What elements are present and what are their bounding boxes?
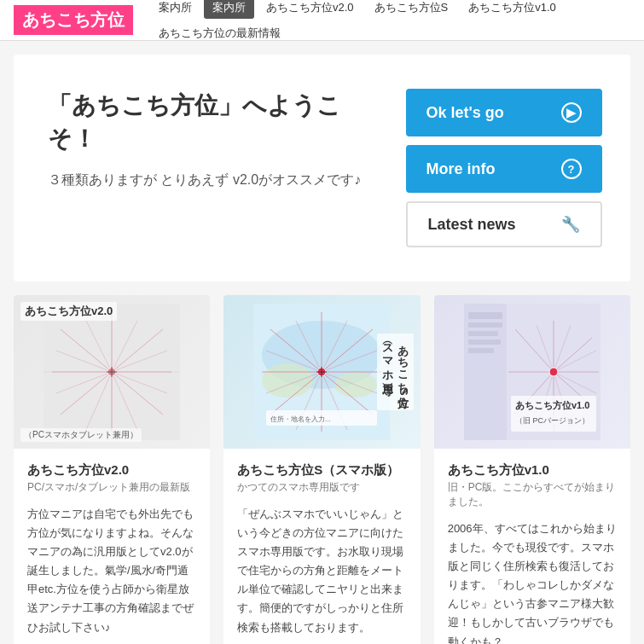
card-v2: あちこち方位v2.0 （PCスマホタブレット兼用） あちこち方位v2.0 PC/… — [14, 295, 210, 644]
compass-v2: あちこち方位v2.0 （PCスマホタブレット兼用） — [14, 295, 210, 449]
logo: あちこち方位 — [14, 5, 133, 35]
cards-section: あちこち方位v2.0 （PCスマホタブレット兼用） あちこち方位v2.0 PC/… — [0, 281, 644, 644]
svg-text:（旧 PCバージョン）: （旧 PCバージョン） — [515, 416, 589, 425]
card-s-title: あちこち方位S（スマホ版） — [237, 462, 406, 479]
card-s-overlay: あちこち方位S（スマホ専用） — [377, 334, 413, 410]
nav-item-annai[interactable]: 案内所 — [150, 0, 200, 19]
question-icon: ? — [561, 159, 582, 179]
card-v1-body: あちこち方位v1.0 旧・PC版。ここからすべてが始まりました。 2006年、す… — [434, 449, 630, 644]
hero-section: 「あちこち方位」へようこそ！ ３種類ありますが とりあえず v2.0がオススメで… — [14, 55, 630, 281]
svg-rect-51 — [468, 331, 498, 336]
more-info-button[interactable]: More info ? — [406, 145, 602, 193]
svg-rect-53 — [468, 348, 494, 353]
ok-lets-go-button[interactable]: Ok let's go ▶ — [406, 89, 602, 136]
nav-item-news[interactable]: あちこち方位の最新情報 — [150, 22, 289, 44]
nav-item-s[interactable]: あちこち方位S — [366, 0, 457, 19]
svg-text:住所・地名を入力...: 住所・地名を入力... — [270, 415, 331, 423]
card-s-image: 住所・地名を入力... あちこち方位S（スマホ専用） — [223, 295, 420, 449]
card-v1-title: あちこち方位v1.0 — [448, 462, 617, 479]
card-v1-image: あちこち方位v1.0 （旧 PCバージョン） — [434, 295, 630, 449]
hero-text: 「あちこち方位」へようこそ！ ３種類ありますが とりあえず v2.0がオススメで… — [48, 89, 380, 191]
svg-point-24 — [262, 363, 313, 397]
compass-v1: あちこち方位v1.0 （旧 PCバージョン） — [434, 295, 630, 449]
nav-item-v1[interactable]: あちこち方位v1.0 — [460, 0, 565, 19]
card-v2-sub-overlay: （PCスマホタブレット兼用） — [20, 428, 142, 442]
latest-news-button[interactable]: Latest news 🔧 — [406, 201, 602, 247]
btn-news-label: Latest news — [428, 216, 516, 234]
svg-rect-50 — [468, 322, 502, 328]
nav-item-annai-active[interactable]: 案内所 — [204, 0, 254, 19]
card-v2-body: あちこち方位v2.0 PC/スマホ/タブレット兼用の最新版 方位マニアは自宅でも… — [14, 449, 210, 644]
btn-info-label: More info — [426, 160, 496, 178]
hero-title: 「あちこち方位」へようこそ！ — [48, 89, 380, 155]
header: あちこち方位 案内所 案内所 あちこち方位v2.0 あちこち方位S あちこち方位… — [0, 0, 644, 41]
compass-s: 住所・地名を入力... あちこち方位S（スマホ専用） — [223, 295, 420, 449]
hero-buttons: Ok let's go ▶ More info ? Latest news 🔧 — [406, 89, 596, 247]
card-v1: あちこち方位v1.0 （旧 PCバージョン） あちこち方位v1.0 旧・PC版。… — [434, 295, 630, 644]
svg-text:あちこち方位v1.0: あちこち方位v1.0 — [515, 400, 589, 410]
svg-rect-49 — [468, 312, 502, 319]
wrench-icon: 🔧 — [561, 215, 580, 234]
hero-subtitle: ３種類ありますが とりあえず v2.0がオススメです♪ — [48, 169, 380, 191]
card-v2-subtitle: PC/スマホ/タブレット兼用の最新版 — [27, 480, 196, 495]
svg-point-25 — [334, 372, 377, 397]
card-v2-description: 方位マニアは自宅でも外出先でも方位が気になりますよね。そんなマニアの為に汎用版と… — [27, 505, 196, 644]
arrow-right-icon: ▶ — [561, 102, 582, 123]
card-v2-title-overlay: あちこち方位v2.0 — [20, 302, 117, 321]
card-s-subtitle: かつてのスマホ専用版です — [237, 480, 406, 495]
btn-go-label: Ok let's go — [426, 104, 504, 122]
card-v1-description: 2006年、すべてはこれから始まりました。今でも現役です。スマホ版と同じく住所検… — [448, 519, 617, 644]
card-s-body: あちこち方位S（スマホ版） かつてのスマホ専用版です 「ぜんぶスマホでいいじゃん… — [223, 449, 420, 644]
card-s-description: 「ぜんぶスマホでいいじゃん」という今どきの方位マニアに向けたスマホ専用版です。お… — [237, 505, 406, 644]
card-v1-subtitle: 旧・PC版。ここからすべてが始まりました。 — [448, 480, 617, 509]
svg-point-68 — [549, 368, 558, 376]
card-v2-title: あちこち方位v2.0 — [27, 462, 196, 479]
card-s: 住所・地名を入力... あちこち方位S（スマホ専用） あちこち方位S（スマホ版）… — [223, 295, 420, 644]
nav-item-v2[interactable]: あちこち方位v2.0 — [258, 0, 363, 19]
nav: 案内所 案内所 あちこち方位v2.0 あちこち方位S あちこち方位v1.0 あち… — [150, 0, 630, 44]
svg-rect-52 — [468, 339, 501, 345]
card-v2-image: あちこち方位v2.0 （PCスマホタブレット兼用） — [14, 295, 210, 449]
